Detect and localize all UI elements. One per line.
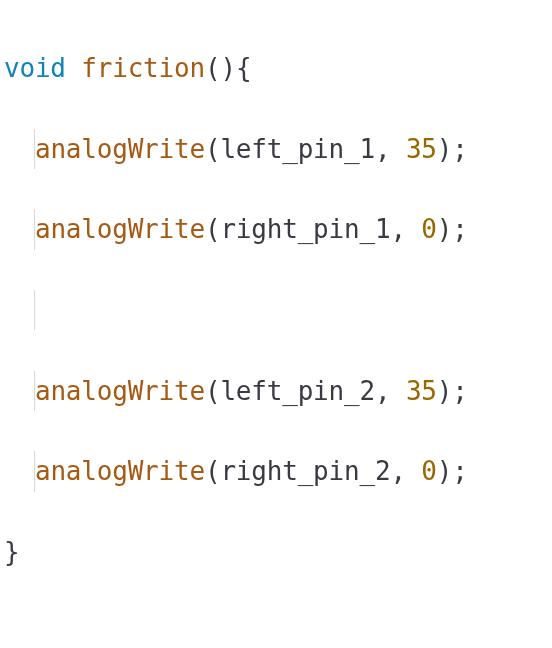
indent-guide bbox=[34, 451, 35, 491]
indent-guide bbox=[34, 371, 35, 411]
function-call: analogWrite bbox=[35, 134, 205, 164]
paren-close: ) bbox=[437, 134, 452, 164]
keyword-type: void bbox=[4, 53, 66, 83]
identifier: right_pin_1 bbox=[220, 214, 390, 244]
code-line: } bbox=[4, 532, 548, 572]
paren-open: ( bbox=[205, 456, 220, 486]
code-snippet: void friction(){ analogWrite(left_pin_1,… bbox=[4, 8, 548, 648]
code-line: analogWrite(right_pin_1, 0); bbox=[4, 209, 548, 249]
identifier: left_pin_1 bbox=[220, 134, 375, 164]
comma: , bbox=[390, 456, 405, 486]
comma: , bbox=[375, 376, 390, 406]
semicolon: ; bbox=[452, 376, 467, 406]
semicolon: ; bbox=[452, 456, 467, 486]
paren-open: ( bbox=[205, 53, 220, 83]
comma: , bbox=[390, 214, 405, 244]
function-call: analogWrite bbox=[35, 376, 205, 406]
indent-guide bbox=[34, 129, 35, 169]
paren-close: ) bbox=[220, 53, 235, 83]
number-literal: 0 bbox=[421, 214, 436, 244]
code-line-blank bbox=[4, 612, 548, 648]
number-literal: 35 bbox=[406, 134, 437, 164]
paren-open: ( bbox=[205, 376, 220, 406]
function-call: analogWrite bbox=[35, 456, 205, 486]
paren-open: ( bbox=[205, 134, 220, 164]
number-literal: 0 bbox=[421, 456, 436, 486]
function-name: friction bbox=[81, 53, 205, 83]
indent-guide bbox=[34, 209, 35, 249]
identifier: left_pin_2 bbox=[220, 376, 375, 406]
paren-close: ) bbox=[437, 456, 452, 486]
code-line: void friction(){ bbox=[4, 48, 548, 88]
comma: , bbox=[375, 134, 390, 164]
identifier: right_pin_2 bbox=[220, 456, 390, 486]
code-line: analogWrite(left_pin_2, 35); bbox=[4, 371, 548, 411]
code-line: analogWrite(left_pin_1, 35); bbox=[4, 129, 548, 169]
paren-close: ) bbox=[437, 214, 452, 244]
paren-open: ( bbox=[205, 214, 220, 244]
brace-close: } bbox=[4, 537, 19, 567]
semicolon: ; bbox=[452, 214, 467, 244]
paren-close: ) bbox=[437, 376, 452, 406]
code-line-blank bbox=[4, 290, 548, 330]
function-call: analogWrite bbox=[35, 214, 205, 244]
number-literal: 35 bbox=[406, 376, 437, 406]
semicolon: ; bbox=[452, 134, 467, 164]
indent-guide bbox=[34, 290, 35, 330]
code-line: analogWrite(right_pin_2, 0); bbox=[4, 451, 548, 491]
brace-open: { bbox=[236, 53, 251, 83]
